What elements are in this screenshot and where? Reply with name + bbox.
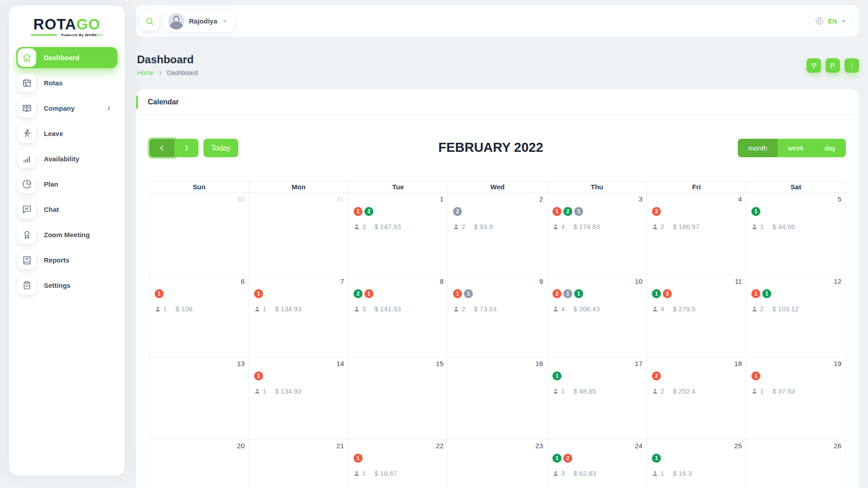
sidebar-item-label: Plan	[44, 180, 58, 188]
event-count-badge-red[interactable]: 2	[652, 207, 661, 216]
sidebar-item-plan[interactable]: Plan	[16, 174, 118, 195]
calendar-day-cell[interactable]: 2211$ 18.67	[349, 440, 448, 488]
calendar-day-cell[interactable]: 102114$ 206.43	[547, 275, 647, 357]
event-count-badge-red[interactable]: 3	[663, 289, 672, 298]
calendar-day-cell[interactable]: 1123$ 147.93	[349, 193, 448, 275]
day-amount: $ 48.85	[573, 387, 596, 395]
calendar-day-cell[interactable]: 16	[448, 357, 547, 440]
sidebar-item-leave[interactable]: Leave	[16, 123, 118, 144]
sidebar-item-zoom-meeting[interactable]: Zoom Meeting	[16, 224, 118, 245]
sidebar-item-reports[interactable]: Reports	[16, 249, 118, 271]
flag-button[interactable]	[826, 58, 840, 73]
event-count-badge-green[interactable]: 1	[762, 289, 771, 298]
event-count-badge-green[interactable]: 1	[652, 289, 661, 298]
calendar-day-cell[interactable]: 30	[150, 193, 249, 275]
language-selector[interactable]: EN	[808, 11, 853, 31]
people-count: 4	[561, 223, 565, 230]
person-icon	[254, 388, 263, 394]
event-count-badge-gray[interactable]: 1	[464, 289, 473, 298]
calendar-day-cell[interactable]: 11134$ 279.5	[647, 275, 746, 357]
event-count-badge-red[interactable]: 1	[354, 207, 363, 216]
event-count-badge-green[interactable]: 1	[652, 454, 661, 463]
calendar-day-cell[interactable]: 15	[349, 357, 448, 440]
user-menu[interactable]: Rajodiya	[165, 10, 234, 32]
event-count-badge-green[interactable]: 1	[552, 371, 561, 380]
sidebar-item-settings[interactable]: Settings	[16, 275, 118, 296]
event-count-badge-green[interactable]: 2	[364, 207, 373, 216]
calendar-day-cell[interactable]: 511$ 44.05	[746, 193, 846, 275]
day-amount: $ 134.93	[275, 305, 301, 313]
event-count-badge-gray[interactable]: 2	[453, 207, 462, 216]
calendar-day-cell[interactable]: 422$ 186.97	[647, 193, 746, 275]
day-summary: 1$ 18.67	[353, 469, 443, 477]
calendar-day-cell[interactable]: 2511$ 16.3	[647, 440, 746, 488]
calendar-date-number: 17	[552, 360, 642, 367]
sidebar-item-availability[interactable]: Availability	[16, 148, 118, 169]
calendar-date-number: 19	[750, 360, 841, 367]
event-count-badge-green[interactable]: 1	[552, 454, 561, 463]
sidebar-item-dashboard[interactable]: Dashboard	[16, 47, 118, 68]
event-count-badge-red[interactable]: 1	[155, 289, 164, 298]
view-button-week[interactable]: week	[778, 139, 814, 157]
calendar-day-cell[interactable]: 24123$ 62.83	[547, 440, 647, 488]
sidebar-item-rotas[interactable]: Rotas	[16, 72, 118, 94]
day-summary: 1$ 37.93	[750, 387, 841, 395]
calendar-day-header-mon: Mon	[249, 181, 349, 193]
calendar-day-cell[interactable]: 20	[150, 440, 249, 488]
event-count-badge-red[interactable]: 1	[751, 289, 760, 298]
sidebar-item-company[interactable]: Company	[16, 98, 118, 119]
event-count-badge-red[interactable]: 1	[354, 454, 363, 463]
calendar-day-cell[interactable]: 23	[448, 440, 547, 488]
event-badges: 11	[452, 289, 543, 298]
calendar-day-cell[interactable]: 21	[249, 440, 349, 488]
event-count-badge-red[interactable]: 2	[652, 371, 661, 380]
tagline-text: Powered By WORKDO	[61, 33, 103, 37]
breadcrumb-home-link[interactable]: Home	[137, 69, 154, 76]
calendar-day-cell[interactable]: 222$ 93.9	[448, 193, 547, 275]
calendar-day-cell[interactable]: 1822$ 252.4	[647, 357, 746, 440]
calendar-date-number: 3	[552, 195, 642, 203]
calendar-date-number: 25	[651, 442, 742, 450]
calendar-day-cell[interactable]: 1911$ 37.93	[746, 357, 846, 440]
sidebar-item-chat[interactable]: Chat	[16, 199, 118, 220]
event-count-badge-green[interactable]: 2	[354, 289, 363, 298]
calendar-day-cell[interactable]: 31214$ 174.83	[547, 193, 647, 275]
filter-button[interactable]	[807, 58, 821, 73]
calendar-day-cell[interactable]: 611$ 106	[150, 275, 249, 357]
event-count-badge-red[interactable]: 2	[552, 289, 561, 298]
view-button-day[interactable]: day	[814, 139, 846, 157]
calendar-day-cell[interactable]: 13	[150, 357, 249, 440]
calendar-day-cell[interactable]: 711$ 134.93	[249, 275, 349, 357]
event-count-badge-red[interactable]: 1	[453, 289, 462, 298]
calendar-day-cell[interactable]: 12112$ 103.12	[746, 275, 846, 357]
event-count-badge-red[interactable]: 1	[751, 371, 760, 380]
calendar-day-cell[interactable]: 26	[746, 440, 846, 488]
event-count-badge-green[interactable]: 1	[751, 207, 760, 216]
people-count: 1	[660, 469, 664, 477]
calendar-date-number: 10	[552, 277, 642, 285]
more-options-button[interactable]	[844, 58, 859, 73]
event-badges: 1	[750, 371, 841, 380]
event-count-badge-red[interactable]: 1	[254, 371, 263, 380]
event-count-badge-gray[interactable]: 1	[574, 207, 583, 216]
event-count-badge-red[interactable]: 1	[552, 207, 561, 216]
calendar-date-number: 14	[253, 360, 344, 367]
calendar-day-cell[interactable]: 1411$ 134.93	[249, 357, 349, 440]
calendar-day-cell[interactable]: 1711$ 48.85	[547, 357, 647, 440]
calendar-day-cell[interactable]: 31	[249, 193, 349, 275]
calendar-day-cell[interactable]: 8213$ 141.93	[349, 275, 448, 357]
event-count-badge-red[interactable]: 1	[364, 289, 373, 298]
search-button[interactable]	[140, 11, 159, 31]
event-count-badge-red[interactable]: 2	[563, 454, 572, 463]
calendar-day-cell[interactable]: 9112$ 73.53	[448, 275, 547, 357]
day-amount: $ 93.9	[474, 223, 493, 230]
day-summary: 1$ 44.05	[750, 223, 841, 230]
event-count-badge-green[interactable]: 2	[563, 207, 572, 216]
people-count: 1	[163, 305, 167, 313]
sidebar-item-label: Zoom Meeting	[44, 231, 90, 239]
sidebar-item-label: Leave	[44, 130, 63, 137]
event-count-badge-green[interactable]: 1	[574, 289, 583, 298]
view-button-month[interactable]: month	[738, 139, 778, 157]
event-count-badge-red[interactable]: 1	[254, 289, 263, 298]
event-count-badge-gray[interactable]: 1	[563, 289, 572, 298]
